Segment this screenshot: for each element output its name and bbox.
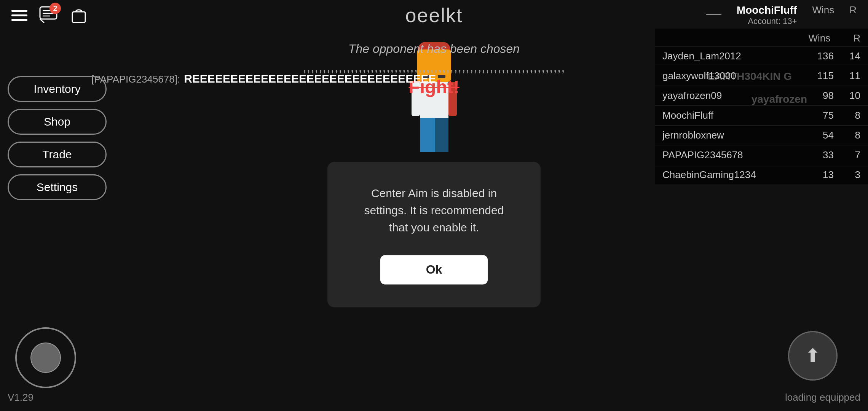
- trade-button[interactable]: Trade: [8, 142, 107, 167]
- version-text: V1.29: [8, 392, 34, 403]
- user-info: MoochiFluff Account: 13+: [737, 4, 797, 26]
- lb-player-wins: 136: [796, 50, 834, 62]
- lb-player-name: Jayden_Lam2012: [662, 50, 796, 62]
- lb-player-wins: 13: [796, 169, 834, 181]
- lb-player-name: PAPAPIG2345678: [662, 149, 796, 161]
- leaderboard-header: Wins R: [655, 29, 868, 46]
- hamburger-menu-icon[interactable]: [11, 10, 27, 21]
- lb-player-wins: 54: [796, 129, 834, 141]
- wins-label: Wins: [812, 4, 834, 16]
- lb-player-name: yayafrozen09: [662, 90, 796, 102]
- inventory-button[interactable]: Inventory: [8, 76, 107, 102]
- settings-button[interactable]: Settings: [8, 174, 107, 200]
- lb-player-r: 7: [841, 149, 860, 161]
- lb-player-name: galaxywolf13000: [662, 70, 796, 82]
- leaderboard: Wins R Jayden_Lam2012 136 14 galaxywolf1…: [655, 29, 868, 185]
- lb-player-wins: 115: [796, 70, 834, 82]
- lb-player-r: 10: [841, 90, 860, 102]
- modal-box: Center Aim is disabled in settings. It i…: [327, 162, 541, 307]
- table-row: jernrobloxnew 54 8: [655, 126, 868, 145]
- lb-player-wins: 33: [796, 149, 834, 161]
- sidebar-menu: Inventory Shop Trade Settings: [8, 76, 107, 200]
- r-label: R: [849, 4, 857, 16]
- lb-player-r: 11: [841, 70, 860, 82]
- modal-message: Center Aim is disabled in settings. It i…: [354, 185, 514, 236]
- arrow-up-icon: ⬆: [805, 345, 821, 367]
- lb-player-r: 8: [841, 110, 860, 121]
- joystick[interactable]: [15, 327, 76, 388]
- lb-player-name: ChaebinGaming1234: [662, 169, 796, 181]
- ok-button[interactable]: Ok: [380, 255, 488, 284]
- table-row: Jayden_Lam2012 136 14: [655, 46, 868, 66]
- chat-text: REEEEEEEEEEEEEEEEEEEEEEEEEEEEEEEE: [184, 72, 436, 85]
- table-row: yayafrozen09 98 10: [655, 86, 868, 106]
- username: MoochiFluff: [737, 4, 797, 16]
- lb-wins-header: Wins: [808, 32, 830, 44]
- svg-rect-5: [72, 12, 85, 22]
- lb-player-name: jernrobloxnew: [662, 129, 796, 141]
- lb-player-r: 14: [841, 50, 860, 62]
- lb-player-wins: 75: [796, 110, 834, 121]
- table-row: ChaebinGaming1234 13 3: [655, 165, 868, 185]
- arrow-indicator: ──: [706, 8, 721, 20]
- top-bar: 2 oeelkt ── MoochiFluff Account: 13+ Win…: [0, 0, 868, 30]
- top-right: ── MoochiFluff Account: 13+ Wins R: [706, 4, 857, 26]
- table-row: galaxywolf13000 115 11: [655, 66, 868, 86]
- table-row: PAPAPIG2345678 33 7: [655, 145, 868, 165]
- lb-player-r: 3: [841, 169, 860, 181]
- top-left-icons: 2: [11, 5, 88, 25]
- lb-player-wins: 98: [796, 90, 834, 102]
- lb-player-name: MoochiFluff: [662, 110, 796, 121]
- chat-icon[interactable]: 2: [39, 5, 58, 25]
- lb-player-r: 8: [841, 129, 860, 141]
- loading-text: loading equipped: [785, 392, 860, 403]
- user-account: Account: 13+: [737, 16, 797, 26]
- table-row: MoochiFluff 75 8: [655, 106, 868, 126]
- chat-badge: 2: [49, 3, 61, 14]
- lb-r-header: R: [853, 32, 860, 44]
- action-button[interactable]: ⬆: [788, 331, 838, 381]
- game-title: oeelkt: [405, 4, 463, 27]
- shop-button[interactable]: Shop: [8, 109, 107, 135]
- joystick-inner[interactable]: [30, 342, 61, 373]
- shop-bag-icon[interactable]: [69, 5, 88, 25]
